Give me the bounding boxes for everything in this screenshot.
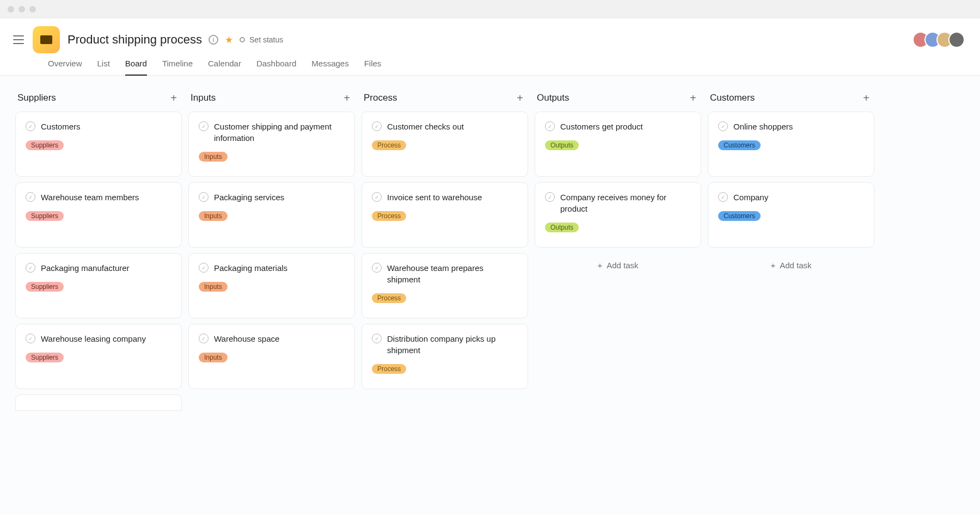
task-card[interactable]: Distribution company picks up shipmentPr… [362, 324, 528, 389]
project-icon[interactable] [33, 26, 60, 53]
complete-task-checkbox[interactable] [26, 334, 35, 343]
task-card[interactable] [15, 394, 182, 411]
tab-overview[interactable]: Overview [48, 59, 82, 75]
add-card-button[interactable]: + [168, 92, 180, 104]
task-tag[interactable]: Outputs [545, 223, 579, 232]
column-title[interactable]: Process [364, 92, 397, 103]
column-title[interactable]: Customers [710, 92, 755, 103]
sidebar-toggle-button[interactable] [12, 33, 25, 46]
complete-task-checkbox[interactable] [26, 121, 35, 131]
task-card[interactable]: Warehouse team membersSuppliers [15, 182, 182, 248]
task-card[interactable]: Company receives money for productOutput… [535, 182, 701, 248]
avatar[interactable] [948, 32, 965, 48]
project-members[interactable] [917, 32, 968, 48]
complete-task-checkbox[interactable] [372, 121, 382, 131]
task-tag[interactable]: Outputs [545, 140, 579, 150]
task-card[interactable]: Packaging materialsInputs [188, 253, 355, 318]
complete-task-checkbox[interactable] [26, 192, 35, 202]
column-title[interactable]: Suppliers [17, 92, 56, 103]
complete-task-checkbox[interactable] [372, 263, 382, 273]
add-card-button[interactable]: + [514, 92, 526, 104]
task-card[interactable]: Warehouse leasing companySuppliers [15, 324, 182, 389]
task-card[interactable]: Warehouse team prepares shipmentProcess [362, 253, 528, 318]
task-tag[interactable]: Process [372, 211, 406, 221]
complete-task-checkbox[interactable] [545, 121, 555, 131]
task-tag[interactable]: Suppliers [26, 353, 64, 362]
column-header: Suppliers+ [15, 92, 182, 112]
complete-task-checkbox[interactable] [199, 334, 209, 343]
complete-task-checkbox[interactable] [26, 263, 35, 273]
task-card[interactable]: Online shoppersCustomers [708, 112, 874, 177]
window-zoom-icon[interactable] [29, 6, 36, 13]
set-status-button[interactable]: Set status [240, 35, 283, 44]
complete-task-checkbox[interactable] [199, 263, 209, 273]
task-tag[interactable]: Process [372, 293, 406, 303]
task-card[interactable]: Customers get productOutputs [535, 112, 701, 177]
plus-icon: + [597, 261, 602, 270]
task-title: Customer checks out [387, 121, 464, 132]
info-icon[interactable]: i [209, 35, 218, 45]
project-tabs: OverviewListBoardTimelineCalendarDashboa… [0, 53, 980, 76]
task-tag[interactable]: Suppliers [26, 282, 64, 292]
column-header: Outputs+ [535, 92, 701, 112]
task-tag[interactable]: Process [372, 140, 406, 150]
board: Suppliers+CustomersSuppliersWarehouse te… [0, 76, 980, 514]
add-task-button[interactable]: +Add task [708, 253, 874, 274]
add-card-button[interactable]: + [860, 92, 872, 104]
column-outputs: Outputs+Customers get productOutputsComp… [535, 92, 701, 503]
complete-task-checkbox[interactable] [545, 192, 555, 202]
column-inputs: Inputs+Customer shipping and payment inf… [188, 92, 355, 503]
task-title: Customer shipping and payment informatio… [214, 121, 345, 144]
tab-calendar[interactable]: Calendar [208, 59, 241, 75]
task-card[interactable]: Packaging servicesInputs [188, 182, 355, 248]
tab-timeline[interactable]: Timeline [162, 59, 193, 75]
tab-list[interactable]: List [97, 59, 110, 75]
complete-task-checkbox[interactable] [718, 121, 728, 131]
complete-task-checkbox[interactable] [372, 334, 382, 343]
window-close-icon[interactable] [8, 6, 14, 13]
task-card[interactable]: Warehouse spaceInputs [188, 324, 355, 389]
task-card[interactable]: Invoice sent to warehouseProcess [362, 182, 528, 248]
task-tag[interactable]: Suppliers [26, 211, 64, 221]
column-title[interactable]: Outputs [537, 92, 569, 103]
task-title: Packaging services [214, 192, 284, 203]
task-tag[interactable]: Process [372, 364, 406, 374]
task-tag[interactable]: Suppliers [26, 140, 64, 150]
plus-icon: + [770, 261, 775, 270]
window-minimize-icon[interactable] [19, 6, 25, 13]
complete-task-checkbox[interactable] [199, 121, 209, 131]
add-card-button[interactable]: + [687, 92, 699, 104]
project-header: Product shipping process i ★ Set status [0, 18, 980, 53]
task-tag[interactable]: Inputs [199, 152, 228, 162]
tab-dashboard[interactable]: Dashboard [256, 59, 296, 75]
task-title: Warehouse team members [41, 192, 139, 203]
task-tag[interactable]: Inputs [199, 211, 228, 221]
task-title: Customers [41, 121, 81, 132]
column-customers: Customers+Online shoppersCustomersCompan… [708, 92, 874, 503]
column-suppliers: Suppliers+CustomersSuppliersWarehouse te… [15, 92, 182, 503]
task-title: Packaging materials [214, 262, 287, 274]
add-card-button[interactable]: + [341, 92, 353, 104]
task-title: Customers get product [560, 121, 643, 132]
task-tag[interactable]: Inputs [199, 282, 228, 292]
task-card[interactable]: Packaging manufacturerSuppliers [15, 253, 182, 318]
tab-files[interactable]: Files [364, 59, 382, 75]
task-card[interactable]: Customer checks outProcess [362, 112, 528, 177]
task-card[interactable]: Customer shipping and payment informatio… [188, 112, 355, 177]
task-tag[interactable]: Inputs [199, 353, 228, 362]
tab-messages[interactable]: Messages [311, 59, 348, 75]
task-tag[interactable]: Customers [718, 140, 761, 150]
tab-board[interactable]: Board [125, 59, 147, 76]
add-task-label: Add task [780, 261, 811, 270]
status-label: Set status [249, 35, 283, 44]
column-title[interactable]: Inputs [191, 92, 216, 103]
project-title[interactable]: Product shipping process [68, 33, 202, 47]
complete-task-checkbox[interactable] [372, 192, 382, 202]
complete-task-checkbox[interactable] [718, 192, 728, 202]
complete-task-checkbox[interactable] [199, 192, 209, 202]
task-card[interactable]: CompanyCustomers [708, 182, 874, 248]
task-tag[interactable]: Customers [718, 211, 761, 221]
task-card[interactable]: CustomersSuppliers [15, 112, 182, 177]
add-task-button[interactable]: +Add task [535, 253, 701, 274]
star-icon[interactable]: ★ [225, 34, 233, 46]
